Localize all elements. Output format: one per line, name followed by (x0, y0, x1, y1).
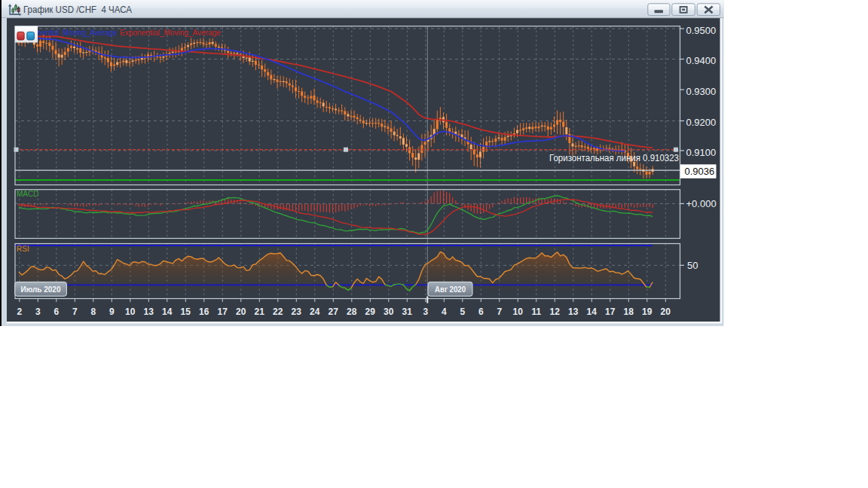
svg-text:Горизонтальная линия 0.910323: Горизонтальная линия 0.910323 (549, 153, 679, 163)
svg-text:10: 10 (125, 307, 136, 317)
svg-text:14: 14 (587, 307, 598, 317)
svg-text:Авг 2020: Авг 2020 (435, 285, 466, 294)
svg-text:17: 17 (605, 307, 616, 317)
svg-text:4: 4 (442, 307, 447, 317)
svg-text:8: 8 (90, 307, 96, 317)
svg-text:17: 17 (218, 307, 228, 317)
svg-text:50: 50 (687, 260, 698, 271)
svg-text:22: 22 (273, 307, 283, 317)
svg-text:0.9500: 0.9500 (686, 25, 717, 36)
svg-text:13: 13 (144, 307, 154, 317)
svg-text:9: 9 (109, 307, 115, 317)
svg-text:14: 14 (162, 307, 173, 317)
svg-text:28: 28 (347, 307, 357, 317)
svg-text:3: 3 (35, 307, 41, 317)
svg-text:6: 6 (53, 307, 59, 317)
svg-text:3: 3 (423, 307, 428, 317)
svg-text:12: 12 (550, 307, 561, 317)
svg-text:Июль 2020: Июль 2020 (21, 285, 61, 294)
svg-text:+0.000: +0.000 (686, 198, 717, 209)
svg-text:5: 5 (460, 307, 465, 317)
svg-text:21: 21 (255, 307, 265, 317)
svg-text:RSI: RSI (17, 245, 29, 253)
svg-text:0.9300: 0.9300 (686, 86, 717, 97)
svg-text:20: 20 (236, 307, 246, 317)
svg-text:18: 18 (624, 307, 634, 317)
svg-text:31: 31 (402, 307, 413, 317)
svg-text:7: 7 (72, 307, 78, 317)
svg-text:20: 20 (661, 307, 671, 317)
svg-text:23: 23 (292, 307, 302, 317)
svg-text:6: 6 (478, 307, 484, 317)
svg-text:27: 27 (329, 307, 339, 317)
svg-text:15: 15 (181, 307, 191, 317)
svg-text:29: 29 (365, 307, 376, 317)
svg-text:MACD: MACD (17, 190, 38, 198)
svg-text:24: 24 (310, 307, 320, 317)
svg-text:2: 2 (17, 307, 22, 317)
svg-text:13: 13 (568, 307, 579, 317)
svg-text:0.9100: 0.9100 (686, 147, 717, 158)
svg-text:Exponential_Moving_Average: Exponential_Moving_Average (120, 28, 221, 37)
svg-text:11: 11 (531, 307, 541, 317)
svg-text:30: 30 (384, 307, 394, 317)
svg-text:16: 16 (199, 307, 209, 317)
svg-text:0.9036: 0.9036 (685, 166, 715, 177)
svg-text:0.9400: 0.9400 (686, 55, 717, 66)
svg-text:График USD /CHF 4 ЧАСА: График USD /CHF 4 ЧАСА (23, 5, 132, 15)
svg-text:10: 10 (513, 307, 524, 317)
svg-text:0.9200: 0.9200 (686, 117, 717, 128)
svg-text:19: 19 (642, 307, 653, 317)
svg-text:7: 7 (497, 307, 502, 317)
